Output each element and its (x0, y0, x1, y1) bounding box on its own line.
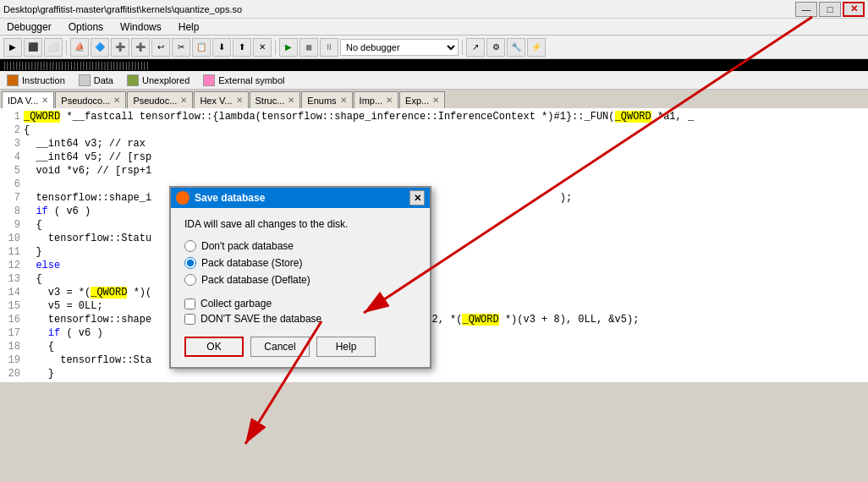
menu-windows[interactable]: Windows (117, 21, 165, 33)
code-content-12: else (24, 259, 60, 272)
tab-hex[interactable]: Hex V... ✕ (194, 91, 248, 108)
dialog-message: IDA will save all changes to the disk. (184, 218, 416, 230)
toolbar-btn-13[interactable]: ✕ (253, 38, 272, 57)
code-line-2: 2 { (3, 123, 865, 137)
tab-enums-close[interactable]: ✕ (340, 96, 347, 105)
line-num-12: 12 (3, 259, 20, 272)
tab-imp-close[interactable]: ✕ (386, 96, 393, 105)
checkbox-collect-garbage-input[interactable] (184, 299, 195, 309)
close-button[interactable]: ✕ (843, 2, 865, 17)
tab-imp-label: Imp... (360, 96, 383, 106)
toolbar-btn-2[interactable]: ⬛ (24, 38, 42, 57)
line-num-4: 4 (3, 151, 20, 164)
toolbar-btn-9[interactable]: ✂ (172, 38, 190, 57)
tab-hex-label: Hex V... (200, 96, 232, 106)
tab-pseudo2[interactable]: Pseudoc... ✕ (127, 91, 193, 108)
debugger-select[interactable]: No debugger (340, 39, 459, 56)
toolbar-btn-8[interactable]: ↩ (151, 38, 170, 57)
code-line-10: 10 tensorflow::Statu (3, 232, 865, 245)
line-num-16: 16 (3, 313, 20, 326)
toolbar-btn-14[interactable]: ↗ (466, 38, 485, 57)
checkbox-group: Collect garbage DON'T SAVE the database (184, 298, 416, 325)
code-content-17: if ( v6 ) (24, 326, 103, 340)
code-line-19: 19 tensorflow::Sta (3, 353, 865, 367)
line-num-9: 9 (3, 218, 20, 232)
line-num-19: 19 (3, 353, 20, 367)
separator-2 (275, 40, 276, 55)
tab-exp[interactable]: Exp... ✕ (399, 91, 445, 108)
legend-external-box (203, 74, 215, 86)
code-content-3: __int64 v3; // rax (24, 137, 146, 151)
dialog-body: IDA will save all changes to the disk. D… (171, 208, 430, 367)
toolbar-btn-7[interactable]: ➕ (131, 38, 150, 57)
tab-enums[interactable]: Enums ✕ (301, 91, 352, 108)
radio-pack-store-input[interactable] (184, 257, 196, 269)
toolbar-btn-16[interactable]: 🔧 (507, 38, 525, 57)
line-num-8: 8 (3, 205, 20, 218)
checkbox-collect-garbage[interactable]: Collect garbage (184, 298, 416, 309)
toolbar-btn-1[interactable]: ▶ (3, 38, 22, 57)
radio-dont-pack[interactable]: Don't pack database (184, 240, 416, 252)
code-area: 1 _QWORD *__fastcall tensorflow::{lambda… (0, 108, 868, 382)
tab-imp[interactable]: Imp... ✕ (354, 91, 399, 108)
tab-hex-close[interactable]: ✕ (236, 96, 243, 105)
title-bar: Desktop\graffitist-master\graffitist\ker… (0, 0, 868, 19)
legend-unexplored: Unexplored (127, 74, 190, 86)
code-line-5: 5 void *v6; // [rsp+1 (3, 164, 865, 178)
tab-struc[interactable]: Struc... ✕ (250, 91, 301, 108)
tab-exp-label: Exp... (405, 96, 429, 106)
legend-external: External symbol (203, 74, 284, 86)
code-line-13: 13 { (3, 272, 865, 286)
toolbar: ▶ ⬛ ⬜ ⛵ 🔷 ➕ ➕ ↩ ✂ 📋 ⬇ ⬆ ✕ ▶ ◼ ⏸ No debug… (0, 36, 868, 59)
checkbox-dont-save-label: DON'T SAVE the database (201, 313, 321, 325)
toolbar-btn-pause[interactable]: ⏸ (320, 38, 338, 57)
checkbox-dont-save-input[interactable] (184, 314, 195, 325)
tab-enums-label: Enums (307, 96, 336, 106)
title-text: Desktop\graffitist-master\graffitist\ker… (3, 4, 242, 14)
code-line-6: 6 (3, 178, 865, 191)
code-line-9: 9 { (3, 218, 865, 232)
minimize-button[interactable]: — (795, 2, 817, 17)
code-content-13: { (24, 272, 42, 286)
line-num-17: 17 (3, 326, 20, 340)
code-content-14: v3 = *(_QWORD *)( (24, 286, 151, 299)
checkbox-dont-save[interactable]: DON'T SAVE the database (184, 313, 416, 325)
radio-dont-pack-input[interactable] (184, 240, 196, 252)
toolbar-btn-play[interactable]: ▶ (279, 38, 298, 57)
tab-ida[interactable]: IDA V... ✕ (2, 91, 54, 108)
menu-options[interactable]: Options (65, 21, 107, 33)
radio-pack-store-label: Pack database (Store) (201, 257, 302, 269)
help-button[interactable]: Help (316, 337, 376, 357)
line-num-2: 2 (3, 123, 20, 137)
maximize-button[interactable]: □ (819, 2, 841, 17)
cancel-button[interactable]: Cancel (250, 337, 310, 357)
tab-pseudo1[interactable]: Pseudoco... ✕ (55, 91, 126, 108)
dialog-close-button[interactable]: ✕ (409, 190, 425, 205)
toolbar-btn-5[interactable]: 🔷 (91, 38, 109, 57)
toolbar-btn-17[interactable]: ⚡ (527, 38, 546, 57)
line-num-10: 10 (3, 232, 20, 245)
toolbar-btn-6[interactable]: ➕ (111, 38, 129, 57)
code-content-15: v5 = 0LL; (24, 299, 103, 313)
radio-pack-deflate[interactable]: Pack database (Deflate) (184, 274, 416, 286)
code-line-7: 7 tensorflow::shape_i ); (3, 191, 865, 205)
code-line-15: 15 v5 = 0LL; (3, 299, 865, 313)
tab-struc-label: Struc... (255, 96, 285, 106)
tab-ida-close[interactable]: ✕ (41, 96, 48, 105)
ok-button[interactable]: OK (184, 337, 244, 357)
radio-pack-deflate-input[interactable] (184, 274, 196, 286)
toolbar-btn-stop[interactable]: ◼ (299, 38, 318, 57)
radio-pack-store[interactable]: Pack database (Store) (184, 257, 416, 269)
toolbar-btn-4[interactable]: ⛵ (70, 38, 89, 57)
toolbar-btn-15[interactable]: ⚙ (486, 38, 505, 57)
menu-help[interactable]: Help (175, 21, 203, 33)
tab-struc-close[interactable]: ✕ (288, 96, 294, 105)
toolbar-btn-11[interactable]: ⬇ (212, 38, 231, 57)
toolbar-btn-3[interactable]: ⬜ (44, 38, 63, 57)
toolbar-btn-12[interactable]: ⬆ (233, 38, 251, 57)
tab-pseudo2-close[interactable]: ✕ (180, 96, 187, 105)
toolbar-btn-10[interactable]: 📋 (192, 38, 211, 57)
tab-pseudo1-close[interactable]: ✕ (113, 96, 120, 105)
menu-debugger[interactable]: Debugger (3, 21, 55, 33)
tab-exp-close[interactable]: ✕ (432, 96, 439, 105)
